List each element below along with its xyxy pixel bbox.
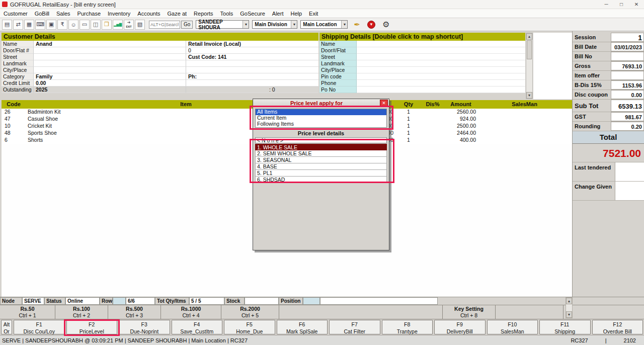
fkey-f7-cat-filter[interactable]: F7Cat Filter	[329, 320, 380, 334]
save-icon[interactable]: ◫	[91, 20, 101, 30]
bdis-label: B-Dis 15%	[573, 80, 611, 90]
folder-icon[interactable]: ❒	[102, 20, 112, 30]
bill-icon[interactable]: ▤	[2, 20, 12, 30]
search-input[interactable]	[149, 21, 180, 29]
level-base[interactable]: 4. BASE	[255, 163, 387, 170]
fkey-f1-disc-cou-loy[interactable]: F1Disc Cou/Loy	[14, 320, 65, 334]
scroll-up-icon[interactable]: ▲	[566, 298, 572, 304]
scroll-down-icon[interactable]: ▼	[566, 311, 572, 318]
key-setting-button[interactable]: Key SettingCtrl + 8	[443, 305, 496, 319]
tender-empty-cell	[279, 305, 443, 319]
settings-gear-icon[interactable]: ⚙	[382, 20, 389, 29]
tender-rs500-button[interactable]: Rs.500Ctrl + 3	[108, 305, 161, 319]
ship-label: Pin code	[319, 73, 357, 80]
level-semi-whole-sale[interactable]: 2. SEMI WHOLE SALE	[255, 150, 387, 157]
fkey-f5-home-due[interactable]: F5Home_Due	[224, 320, 275, 334]
menu-alert[interactable]: Alert	[269, 11, 287, 17]
col-dis: Dis%	[421, 100, 445, 109]
minimize-button[interactable]: ─	[599, 0, 614, 9]
fkey-f2-pricelevel[interactable]: F2PriceLevel	[66, 320, 118, 334]
menu-gosecure[interactable]: GoSecure	[236, 11, 269, 17]
fkey-f3-due-noprint[interactable]: F3Due-Noprint	[119, 320, 170, 334]
col-salesman: SalesMan	[477, 100, 572, 109]
option-following-items[interactable]: Following Items	[256, 121, 386, 127]
keyboard-icon[interactable]: ⌨	[35, 20, 45, 30]
menu-gaze-at[interactable]: Gaze at	[164, 11, 191, 17]
quill-icon[interactable]: ✒	[354, 20, 360, 29]
field-label: Category	[2, 73, 34, 80]
menu-inventory[interactable]: Inventory	[104, 11, 134, 17]
menu-purchase[interactable]: Purchase	[74, 11, 104, 17]
scroll-thumb[interactable]	[527, 40, 532, 59]
menu-customer[interactable]: Customer	[0, 11, 31, 17]
fkey-f8-trantype[interactable]: F8Trantype	[382, 320, 433, 334]
close-button[interactable]: ✕	[629, 0, 644, 9]
landmark-field[interactable]	[34, 60, 186, 67]
scroll-up-icon[interactable]: ▲	[526, 33, 532, 40]
customer-icon[interactable]: ☺	[68, 20, 78, 30]
name-field[interactable]: Anand	[34, 41, 186, 47]
location-dropdown[interactable]: Main Location ▼	[300, 20, 348, 29]
image-icon[interactable]: ▧	[135, 20, 145, 30]
dialog-close-icon[interactable]: ✕	[380, 100, 388, 106]
download-icon[interactable]: ▼	[367, 21, 375, 29]
display-icon[interactable]: ▭	[79, 20, 90, 30]
position-indicator	[303, 297, 320, 305]
menu-gobill[interactable]: GoBill	[31, 11, 53, 17]
tender-rs100-button[interactable]: Rs.100Ctrl + 2	[55, 305, 108, 319]
ship-city-field[interactable]	[357, 67, 525, 73]
tender-rs2000-button[interactable]: Rs.2000Ctrl + 5	[221, 305, 279, 319]
fkey-f12-overdue-bill[interactable]: F12Overdue Bill	[592, 320, 643, 334]
exchange-icon[interactable]: ⇄	[13, 20, 23, 30]
city-field[interactable]	[34, 67, 186, 73]
cell-salesman	[477, 137, 572, 144]
fkey-f9-deliverybill[interactable]: F9DeliveryBill	[434, 320, 486, 334]
level-seasonal[interactable]: 3. SEASONAL	[255, 157, 387, 163]
menu-sales[interactable]: Sales	[53, 11, 74, 17]
position-value	[320, 297, 438, 305]
details-scrollbar[interactable]: ▲ ▼	[526, 33, 533, 99]
ship-landmark-field[interactable]	[357, 60, 525, 67]
menu-help[interactable]: Help	[287, 11, 305, 17]
level-pl1[interactable]: 5. PL1	[255, 170, 387, 177]
ship-name-field[interactable]	[357, 41, 525, 47]
division-dropdown[interactable]: Main Division ▼	[252, 20, 297, 29]
status-bar-divider: |	[605, 337, 607, 343]
option-none[interactable]: < N o n e >	[255, 137, 387, 143]
level-whole-sale[interactable]: 1. WHOLE SALE	[255, 144, 387, 150]
bottom-scrollbar[interactable]: ▲ ▼	[566, 297, 573, 318]
cash-icon[interactable]: ₹	[57, 20, 67, 30]
ship-street-field[interactable]	[357, 54, 525, 60]
status-bar-terminal: RC327	[571, 337, 588, 343]
menu-reports[interactable]: Reports	[190, 11, 217, 17]
user-dropdown[interactable]: SANDEEP SHOURA ▼	[196, 20, 249, 29]
maximize-button[interactable]: □	[614, 0, 629, 9]
menu-exit[interactable]: Exit	[305, 11, 321, 17]
menu-accounts[interactable]: Accounts	[134, 11, 164, 17]
fkey-f11-shipping[interactable]: F11Shipping	[539, 320, 591, 334]
exit-icon[interactable]: ➔ EXIT	[124, 20, 134, 30]
chart-icon[interactable]: ▂▅▇	[113, 20, 123, 30]
fkey-f10-salesman[interactable]: F10SalesMan	[487, 320, 538, 334]
menu-tools[interactable]: Tools	[217, 11, 237, 17]
customer-details-header: Customer Details	[2, 33, 318, 41]
fkey-f4-save-custitm[interactable]: F4Save_CustItm	[172, 320, 223, 334]
level-shdsad[interactable]: 6. SHDSAD	[255, 177, 387, 183]
fkey-f6-mark-splsale[interactable]: F6Mark SplSale	[277, 320, 328, 334]
go-button[interactable]: Go	[181, 21, 193, 29]
card-machine-icon[interactable]: ▦	[24, 20, 34, 30]
ship-door-field[interactable]	[357, 47, 525, 54]
category-field[interactable]: Family	[34, 73, 186, 80]
ship-pincode-field[interactable]	[357, 73, 525, 80]
tender-rs50-button[interactable]: Rs.50Ctrl + 1	[0, 305, 55, 319]
dialog-title: Price level apply for	[253, 100, 380, 106]
printer-icon[interactable]: ▣	[46, 20, 56, 30]
ship-pono-field[interactable]	[357, 87, 525, 93]
street-field[interactable]	[34, 54, 186, 60]
door-field[interactable]	[34, 47, 186, 54]
scroll-down-icon[interactable]: ▼	[526, 92, 532, 99]
row-label: Row	[100, 297, 113, 305]
cell-dis	[421, 130, 445, 137]
tender-rs1000-button[interactable]: Rs.1000Ctrl + 4	[161, 305, 221, 319]
ship-phone-field[interactable]	[357, 80, 525, 87]
